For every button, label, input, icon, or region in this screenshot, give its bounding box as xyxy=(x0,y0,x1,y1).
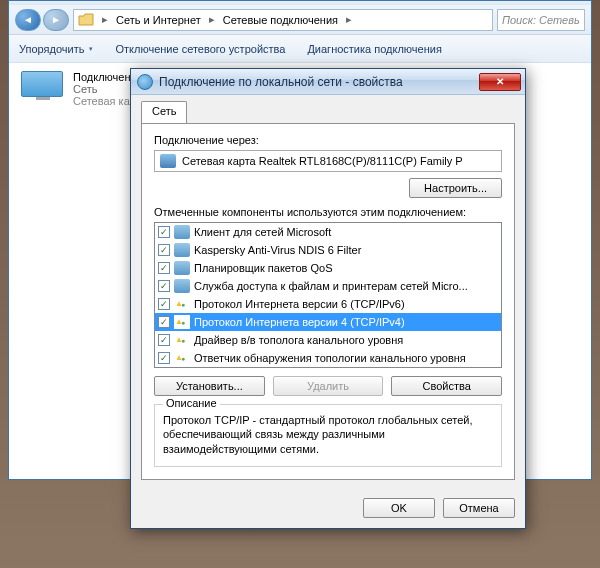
install-button[interactable]: Установить... xyxy=(154,376,265,396)
connection-item[interactable]: Подключение Сеть Сетевая карта xyxy=(21,71,147,107)
breadcrumb-network[interactable]: Сеть и Интернет xyxy=(116,14,201,26)
adapter-name: Сетевая карта Realtek RTL8168C(P)/8111C(… xyxy=(182,155,463,167)
nav-forward-button[interactable]: ► xyxy=(43,9,69,31)
checkbox[interactable]: ✓ xyxy=(158,352,170,364)
disable-device-button[interactable]: Отключение сетевого устройства xyxy=(115,43,285,55)
protocol-icon xyxy=(174,333,190,347)
search-placeholder: Поиск: Сетевь xyxy=(502,14,580,26)
properties-dialog: Подключение по локальной сети - свойства… xyxy=(130,68,526,529)
service-icon xyxy=(174,279,190,293)
checkbox[interactable]: ✓ xyxy=(158,280,170,292)
list-item[interactable]: ✓Kaspersky Anti-Virus NDIS 6 Filter xyxy=(155,241,501,259)
address-bar: ◄ ► ▸ Сеть и Интернет ▸ Сетевые подключе… xyxy=(9,5,591,35)
protocol-icon xyxy=(174,297,190,311)
components-label: Отмеченные компоненты используются этим … xyxy=(154,206,502,218)
description-text: Протокол TCP/IP - стандартный протокол г… xyxy=(163,413,493,456)
list-item[interactable]: ✓Клиент для сетей Microsoft xyxy=(155,223,501,241)
description-legend: Описание xyxy=(163,397,220,409)
list-item[interactable]: ✓Протокол Интернета версии 6 (TCP/IPv6) xyxy=(155,295,501,313)
service-icon xyxy=(174,243,190,257)
checkbox[interactable]: ✓ xyxy=(158,334,170,346)
protocol-icon xyxy=(174,315,190,329)
checkbox[interactable]: ✓ xyxy=(158,262,170,274)
network-icon xyxy=(137,74,153,90)
breadcrumb[interactable]: ▸ Сеть и Интернет ▸ Сетевые подключения … xyxy=(73,9,493,31)
description-group: Описание Протокол TCP/IP - стандартный п… xyxy=(154,404,502,467)
folder-icon xyxy=(78,13,94,27)
dialog-titlebar[interactable]: Подключение по локальной сети - свойства… xyxy=(131,69,525,95)
list-item-selected[interactable]: ✓Протокол Интернета версии 4 (TCP/IPv4) xyxy=(155,313,501,331)
protocol-icon xyxy=(174,351,190,365)
tab-network[interactable]: Сеть xyxy=(141,101,187,123)
list-item[interactable]: ✓Драйвер в/в тополога канального уровня xyxy=(155,331,501,349)
dialog-footer: OK Отмена xyxy=(131,490,525,528)
components-list[interactable]: ✓Клиент для сетей Microsoft ✓Kaspersky A… xyxy=(154,222,502,368)
checkbox[interactable]: ✓ xyxy=(158,316,170,328)
adapter-icon xyxy=(160,154,176,168)
cancel-button[interactable]: Отмена xyxy=(443,498,515,518)
uninstall-button: Удалить xyxy=(273,376,384,396)
service-icon xyxy=(174,261,190,275)
list-item[interactable]: ✓Планировщик пакетов QoS xyxy=(155,259,501,277)
checkbox[interactable]: ✓ xyxy=(158,244,170,256)
connect-via-label: Подключение через: xyxy=(154,134,502,146)
adapter-field: Сетевая карта Realtek RTL8168C(P)/8111C(… xyxy=(154,150,502,172)
tab-panel: Подключение через: Сетевая карта Realtek… xyxy=(141,123,515,480)
command-bar: Упорядочить Отключение сетевого устройст… xyxy=(9,35,591,63)
diagnose-button[interactable]: Диагностика подключения xyxy=(307,43,441,55)
properties-button[interactable]: Свойства xyxy=(391,376,502,396)
close-button[interactable]: ✕ xyxy=(479,73,521,91)
organize-menu[interactable]: Упорядочить xyxy=(19,43,93,55)
list-item[interactable]: ✓Служба доступа к файлам и принтерам сет… xyxy=(155,277,501,295)
connection-icon xyxy=(21,71,65,107)
search-input[interactable]: Поиск: Сетевь xyxy=(497,9,585,31)
nav-back-button[interactable]: ◄ xyxy=(15,9,41,31)
checkbox[interactable]: ✓ xyxy=(158,298,170,310)
breadcrumb-connections[interactable]: Сетевые подключения xyxy=(223,14,338,26)
list-item[interactable]: ✓Ответчик обнаружения топологии канально… xyxy=(155,349,501,367)
dialog-title: Подключение по локальной сети - свойства xyxy=(159,75,479,89)
checkbox[interactable]: ✓ xyxy=(158,226,170,238)
ok-button[interactable]: OK xyxy=(363,498,435,518)
configure-button[interactable]: Настроить... xyxy=(409,178,502,198)
client-icon xyxy=(174,225,190,239)
